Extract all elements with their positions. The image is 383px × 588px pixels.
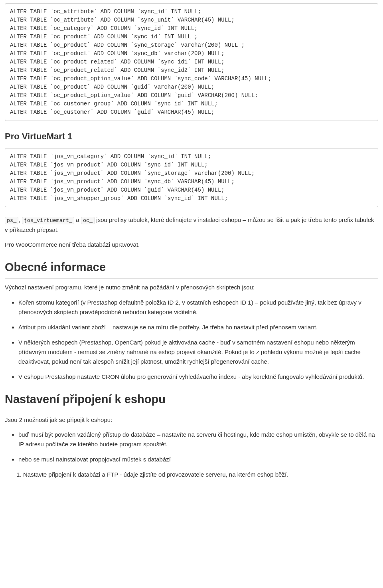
sql-code-block-opencart: ALTER TABLE `oc_attribute` ADD COLUMN `s… bbox=[5, 3, 378, 121]
list-item: nebo se musí nainstalovat propojovací mů… bbox=[18, 455, 378, 464]
separator-text: a bbox=[74, 216, 81, 223]
intro-pripojeni: Jsou 2 možnosti jak se připojit k eshopu… bbox=[5, 415, 378, 424]
heading-virtuemart: Pro VirtueMart 1 bbox=[5, 130, 378, 143]
prefix-code-ps: ps_ bbox=[5, 217, 18, 224]
obecne-list: Kořen stromu kategorií (v Prestashop def… bbox=[5, 298, 378, 382]
sql-code-block-virtuemart: ALTER TABLE `jos_vm_category` ADD COLUMN… bbox=[5, 148, 378, 207]
list-item: Atribut pro ukladání variant zboží – nas… bbox=[18, 323, 378, 332]
list-item: buď musí být povolen vzdálený přístup do… bbox=[18, 430, 378, 449]
separator-text: , bbox=[18, 216, 22, 223]
intro-obecne: Výchozí nastavení programu, které je nut… bbox=[5, 283, 378, 292]
pripojeni-list: buď musí být povolen vzdálený přístup do… bbox=[5, 430, 378, 464]
woocommerce-note: Pro WooCommerce není třeba databázi upra… bbox=[5, 240, 378, 249]
heading-obecne-informace: Obecné informace bbox=[5, 258, 378, 279]
list-item: Nastavte připojení k databázi a FTP - úd… bbox=[23, 470, 378, 479]
prefix-code-oc: oc_ bbox=[81, 217, 95, 224]
heading-nastaveni-pripojeni: Nastavení připojení k eshopu bbox=[5, 390, 378, 411]
list-item: V eshopu Prestashop nastavte CRON úlohu … bbox=[18, 372, 378, 382]
prefix-code-jos: jos_virtuemart_ bbox=[22, 217, 75, 224]
list-item: V některých eshopech (Prestashop, OpenCa… bbox=[18, 338, 378, 366]
list-item: Kořen stromu kategorií (v Prestashop def… bbox=[18, 298, 378, 317]
pripojeni-ordered-list: Nastavte připojení k databázi a FTP - úd… bbox=[5, 470, 378, 479]
prefix-paragraph: ps_, jos_virtuemart_ a oc_ jsou prefixy … bbox=[5, 215, 378, 234]
